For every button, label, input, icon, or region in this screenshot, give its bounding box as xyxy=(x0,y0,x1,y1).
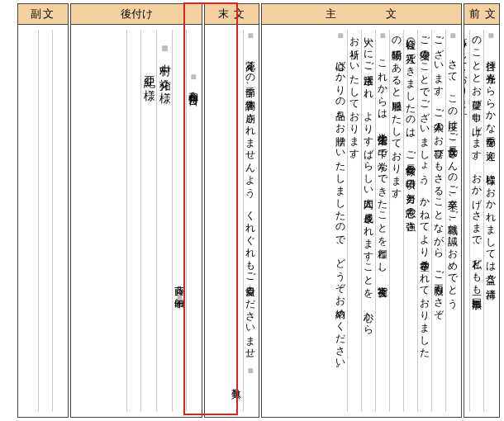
text-line: ■ 花冷えの季節、体調を崩されませんよう、くれぐれもご自愛くださいませ。■ xyxy=(243,30,257,412)
empty-line xyxy=(52,30,66,412)
text-line: の賜物であると感服いたしております。 xyxy=(389,30,403,412)
body-main: ■ さて、この度はご長女〇〇さんのご卒業、ご就職、誠におめでとう ございます。ご… xyxy=(262,25,461,417)
text-line: ご安堵のことでございましょう。かねてより希望されておりました xyxy=(417,30,431,412)
date-line: ■令和〇年〇月〇日 xyxy=(186,30,200,412)
body-sub xyxy=(18,25,68,417)
closing-word: 敬具 xyxy=(230,30,243,412)
text-line: ■ これからは、学生生活の中で学んできたことを糧とし、実社会で xyxy=(375,30,389,412)
header-sub: 副文 xyxy=(18,4,68,25)
section-closing: 末文 ■ 花冷えの季節、体調を崩されませんよう、くれぐれもご自愛くださいませ。■… xyxy=(204,3,259,418)
text-line: お祈りいたしております。 xyxy=(347,30,361,412)
section-main: 主文 ■ さて、この度はご長女〇〇さんのご卒業、ご就職、誠におめでとう ございま… xyxy=(261,3,462,418)
recipient-line: ■中村 祐介 様 xyxy=(156,30,172,412)
section-postscript: 後付け ■令和〇年〇月〇日 斉藤 由希子■ ■中村 祐介 様 亜紀 様 xyxy=(70,3,202,418)
text-line: ■ 拝啓 春光うららかな季節を迎え、皆様におかれましては益々ご清祥 xyxy=(483,30,497,412)
text-line: 大いにご活躍され、よりすばらしい人間に成長されますことを、心から xyxy=(361,30,375,412)
header-postscript: 後付け xyxy=(71,4,202,25)
signature-line: 斉藤 由希子■ xyxy=(172,30,186,412)
header-preface: 前文 xyxy=(464,4,499,25)
text-line: のこととお慶び申し上げます。おかげさまで、私どもも一同無事に xyxy=(469,30,483,412)
text-line: ございます。ご本人のお喜びもさることながら、ご両親もさぞ xyxy=(431,30,445,412)
text-line: ■ さて、この度はご長女〇〇さんのご卒業、ご就職、誠におめでとう xyxy=(445,30,459,412)
text-line: ■ 心ばかりの品をお贈りいたしましたので、どうぞお納めください。 xyxy=(334,30,347,412)
section-sub: 副文 xyxy=(17,3,69,418)
body-postscript: ■令和〇年〇月〇日 斉藤 由希子■ ■中村 祐介 様 亜紀 様 xyxy=(71,25,202,417)
empty-line xyxy=(113,30,126,412)
empty-line xyxy=(38,30,52,412)
section-preface: 前文 ■ 拝啓 春光うららかな季節を迎え、皆様におかれましては益々ご清祥 のこと… xyxy=(464,3,500,418)
text-line: 〇〇会社に入社できましたのは、ご長女様の日頃の努力と意志の強さ xyxy=(403,30,417,412)
recipient-line: 亜紀 様 xyxy=(140,30,156,412)
header-closing: 末文 xyxy=(205,4,259,25)
empty-line xyxy=(25,30,38,412)
header-main: 主文 xyxy=(262,4,461,25)
letter-container: 前文 ■ 拝啓 春光うららかな季節を迎え、皆様におかれましては益々ご清祥 のこと… xyxy=(0,0,504,421)
body-closing: ■ 花冷えの季節、体調を崩されませんよう、くれぐれもご自愛くださいませ。■ 敬具 xyxy=(205,25,259,417)
body-preface: ■ 拝啓 春光うららかな季節を迎え、皆様におかれましては益々ご清祥 のこととお慶… xyxy=(464,25,499,417)
empty-line xyxy=(126,30,140,412)
